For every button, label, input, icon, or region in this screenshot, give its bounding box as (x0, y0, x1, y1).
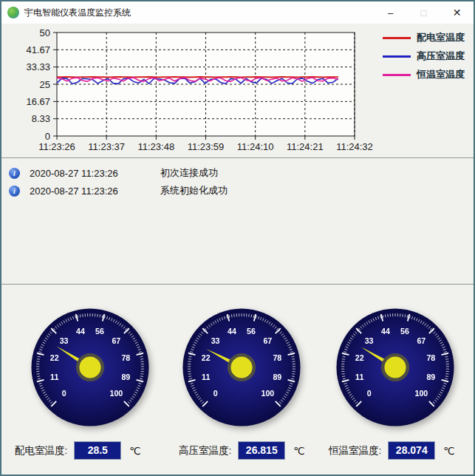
svg-text:11:23:59: 11:23:59 (188, 141, 225, 152)
svg-text:89: 89 (121, 373, 130, 381)
svg-text:67: 67 (417, 336, 426, 345)
gauge-gaoyashi: 01122334456677889100 (181, 307, 302, 428)
legend-line-icon (383, 55, 411, 58)
svg-text:0: 0 (367, 389, 372, 398)
readout-unit: ℃ (293, 445, 304, 457)
svg-text:89: 89 (426, 373, 435, 381)
gauge-hengwenshi: 01122334456677889100 (335, 307, 456, 428)
log-message: 系统初始化成功 (160, 184, 228, 197)
chart-legend: 配电室温度高压室温度恒温室温度 (383, 31, 465, 81)
svg-text:0: 0 (45, 131, 50, 142)
svg-text:22: 22 (355, 353, 364, 362)
svg-text:11: 11 (50, 373, 58, 381)
svg-text:100: 100 (261, 389, 274, 398)
readout-gaoyashi: 高压室温度: 26.815 ℃ (179, 441, 304, 460)
svg-text:100: 100 (109, 389, 123, 398)
svg-text:11:24:32: 11:24:32 (336, 141, 373, 152)
svg-text:11:23:48: 11:23:48 (138, 141, 175, 152)
log-timestamp: 2020-08-27 11:23:26 (30, 186, 160, 197)
log-entry[interactable]: i2020-08-27 11:23:26系统初始化成功 (1, 182, 474, 200)
svg-text:11:23:26: 11:23:26 (38, 141, 75, 152)
readout-label: 高压室温度: (179, 444, 231, 458)
log-timestamp: 2020-08-27 11:23:26 (30, 168, 160, 179)
legend-item-2: 恒温室温度 (383, 68, 465, 81)
svg-text:0: 0 (213, 389, 218, 398)
svg-text:33.33: 33.33 (26, 61, 50, 72)
svg-text:41.67: 41.67 (26, 44, 50, 55)
minimize-button[interactable]: – (374, 1, 407, 24)
window-title: 宇电智能仪表温度监控系统 (24, 7, 131, 19)
svg-text:100: 100 (414, 389, 428, 398)
svg-text:11: 11 (355, 373, 363, 381)
svg-text:0: 0 (62, 389, 66, 398)
svg-text:11:24:21: 11:24:21 (287, 141, 324, 152)
readout-value: 28.074 (388, 441, 435, 460)
log-entry[interactable]: i2020-08-27 11:23:26初次连接成功 (1, 164, 474, 182)
svg-text:11:24:10: 11:24:10 (237, 141, 274, 152)
svg-text:56: 56 (247, 327, 256, 336)
readout-value: 28.5 (74, 441, 121, 460)
legend-label: 配电室温度 (417, 31, 465, 44)
svg-text:8.33: 8.33 (32, 113, 50, 124)
readout-peidianshi: 配电室温度: 28.5 ℃ (15, 441, 140, 460)
info-icon: i (9, 186, 20, 197)
svg-text:25: 25 (40, 79, 50, 90)
readout-unit: ℃ (443, 445, 454, 457)
svg-text:78: 78 (273, 353, 281, 362)
svg-text:78: 78 (426, 353, 435, 362)
app-window: 宇电智能仪表温度监控系统 – □ ✕ 08.3316.672533.3341.6… (0, 0, 475, 476)
legend-label: 高压室温度 (417, 50, 465, 63)
event-log-panel: i2020-08-27 11:23:26初次连接成功i2020-08-27 11… (1, 158, 474, 285)
svg-text:33: 33 (211, 336, 220, 345)
legend-line-icon (383, 74, 411, 76)
svg-text:56: 56 (400, 327, 409, 336)
readout-value: 26.815 (238, 441, 285, 460)
readout-hengwenshi: 恒温室温度: 28.074 ℃ (329, 441, 454, 460)
maximize-button: □ (407, 1, 440, 24)
svg-text:11:23:37: 11:23:37 (88, 141, 125, 152)
svg-text:50: 50 (40, 27, 50, 38)
svg-text:16.67: 16.67 (26, 96, 50, 107)
legend-item-1: 高压室温度 (383, 50, 465, 63)
close-button[interactable]: ✕ (440, 1, 474, 24)
readout-label: 配电室温度: (15, 444, 67, 458)
app-icon (7, 7, 19, 18)
svg-text:67: 67 (263, 336, 272, 345)
svg-text:89: 89 (273, 373, 281, 381)
info-icon: i (9, 168, 20, 179)
legend-item-0: 配电室温度 (383, 31, 465, 44)
svg-text:44: 44 (76, 327, 85, 336)
svg-text:56: 56 (95, 327, 104, 336)
trend-chart-panel: 08.3316.672533.3341.675011:23:2611:23:37… (1, 24, 474, 158)
svg-text:44: 44 (228, 327, 236, 336)
svg-text:33: 33 (365, 336, 374, 345)
readout-label: 恒温室温度: (329, 444, 381, 458)
readout-unit: ℃ (129, 445, 140, 457)
svg-text:11: 11 (202, 373, 210, 381)
svg-text:22: 22 (202, 353, 211, 362)
log-message: 初次连接成功 (160, 166, 218, 180)
svg-text:78: 78 (121, 353, 130, 362)
legend-label: 恒温室温度 (417, 68, 465, 81)
svg-text:44: 44 (381, 327, 390, 336)
svg-text:67: 67 (112, 336, 120, 345)
legend-line-icon (383, 37, 411, 39)
svg-text:33: 33 (60, 336, 69, 345)
gauge-peidianshi: 01122334456677889100 (30, 307, 151, 428)
titlebar: 宇电智能仪表温度监控系统 – □ ✕ (1, 1, 474, 24)
gauge-panel: 01122334456677889100 0112233445667788910… (1, 285, 474, 475)
svg-text:22: 22 (50, 353, 59, 362)
window-controls: – □ ✕ (374, 1, 474, 24)
